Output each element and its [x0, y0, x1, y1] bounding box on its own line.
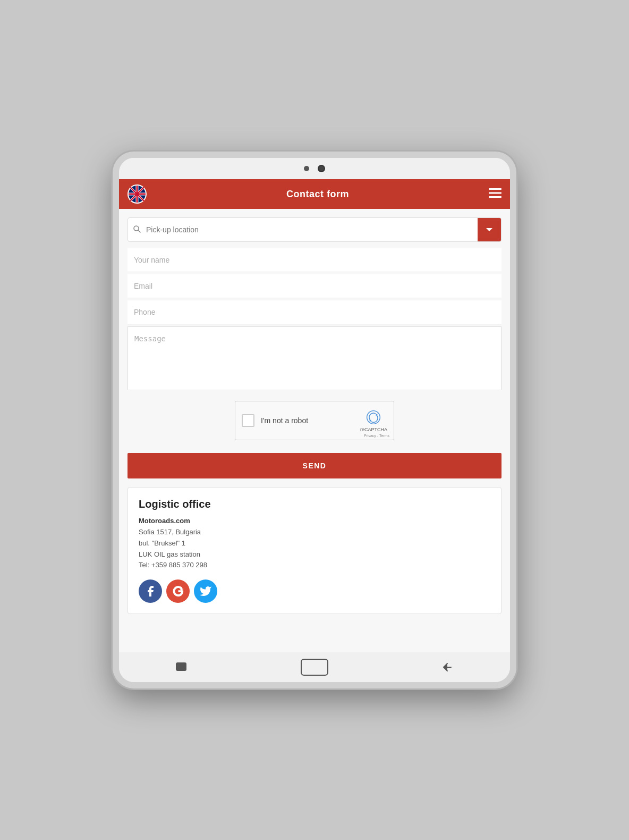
page-title: Contact form [286, 189, 349, 200]
tablet-top-bar [119, 158, 510, 179]
svg-rect-9 [489, 188, 502, 190]
office-address: Sofia 1517, Bulgaria bul. "Bruksel" 1 LU… [139, 527, 490, 571]
logo-icon [128, 184, 147, 204]
office-phone: Tel: +359 885 370 298 [139, 561, 207, 569]
svg-rect-11 [489, 196, 502, 198]
name-input[interactable] [128, 248, 502, 272]
office-address-line2: bul. "Bruksel" 1 [139, 539, 185, 547]
back-button[interactable] [432, 657, 462, 678]
search-icon [128, 225, 146, 234]
svg-line-13 [138, 230, 140, 232]
office-address-line1: Sofia 1517, Bulgaria [139, 528, 201, 536]
captcha-checkbox[interactable] [242, 414, 254, 427]
recent-apps-button[interactable] [167, 658, 197, 677]
flag-icon [129, 186, 146, 203]
svg-rect-14 [176, 663, 186, 670]
location-dropdown-button[interactable] [478, 218, 501, 241]
captcha-box[interactable]: I'm not a robot reCAPTCHA Privacy - Term… [235, 401, 394, 440]
location-input[interactable] [146, 219, 478, 240]
recaptcha-brand: reCAPTCHA [360, 427, 387, 432]
name-field-wrap [128, 248, 502, 272]
phone-input[interactable] [128, 300, 502, 324]
social-icons [139, 579, 490, 603]
captcha-container: I'm not a robot reCAPTCHA Privacy - Term… [128, 401, 502, 440]
svg-rect-10 [489, 192, 502, 194]
facebook-icon[interactable] [139, 579, 162, 603]
recaptcha-swirl-icon [365, 409, 382, 426]
tablet-frame: Contact form [113, 152, 516, 688]
phone-field-wrap [128, 300, 502, 324]
camera-lens [318, 165, 325, 172]
captcha-label: I'm not a robot [261, 416, 354, 425]
office-company-name: Motoroads.com [139, 517, 490, 525]
twitter-icon[interactable] [194, 579, 217, 603]
office-title: Logistic office [139, 498, 490, 510]
email-field-wrap [128, 274, 502, 298]
googleplus-icon[interactable] [166, 579, 190, 603]
send-button[interactable]: SEND [128, 453, 502, 478]
captcha-footer: Privacy - Terms [364, 434, 389, 438]
email-input[interactable] [128, 274, 502, 298]
app-header: Contact form [119, 179, 510, 209]
content-area: I'm not a robot reCAPTCHA Privacy - Term… [119, 209, 510, 652]
captcha-logo: reCAPTCHA [360, 409, 387, 432]
office-address-line3: LUK OIL gas station [139, 550, 200, 558]
tablet-screen: Contact form [119, 179, 510, 652]
home-button[interactable] [292, 654, 337, 680]
hamburger-icon[interactable] [489, 188, 502, 200]
message-input[interactable] [128, 326, 502, 390]
office-card: Logistic office Motoroads.com Sofia 1517… [128, 487, 502, 614]
location-row [128, 217, 502, 242]
camera-dot [304, 166, 309, 171]
tablet-bottom-bar [119, 652, 510, 682]
